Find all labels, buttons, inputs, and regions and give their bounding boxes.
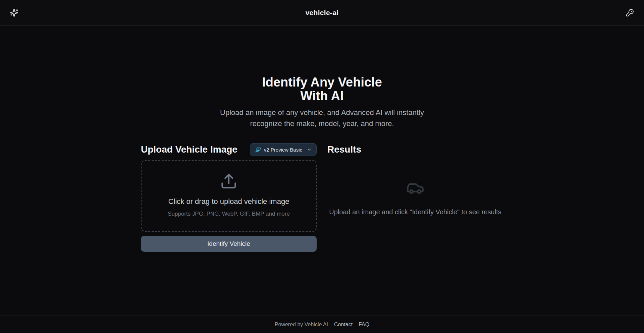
car-icon	[406, 179, 424, 197]
page-subtitle: Upload an image of any vehicle, and Adva…	[0, 107, 644, 129]
upload-column-header: Upload Vehicle Image v2 Preview Basic	[141, 143, 317, 156]
content-columns: Upload Vehicle Image v2 Preview Basic	[141, 143, 503, 252]
footer: Powered by Vehicle AI Contact FAQ	[0, 316, 644, 333]
page-title: Identify Any Vehicle With AI	[0, 75, 644, 103]
page-title-line1: Identify Any Vehicle	[262, 75, 382, 89]
results-column: Results Upload an image and click "Ident…	[327, 143, 503, 252]
key-icon	[626, 9, 634, 17]
feather-icon	[255, 147, 261, 153]
app-title: vehicle-ai	[306, 9, 339, 17]
results-placeholder: Upload an image and click "Identify Vehi…	[327, 160, 503, 216]
page-subtitle-line1: Upload an image of any vehicle, and Adva…	[220, 108, 424, 117]
top-bar: vehicle-ai	[0, 0, 644, 26]
powered-by-text: Powered by Vehicle AI	[275, 322, 328, 328]
api-key-button[interactable]	[624, 7, 636, 19]
dropzone-secondary-text: Supports JPG, PNG, WebP, GIF, BMP and mo…	[168, 211, 290, 217]
dropzone-primary-text: Click or drag to upload vehicle image	[168, 197, 289, 206]
footer-link-faq[interactable]: FAQ	[359, 322, 369, 328]
upload-icon	[220, 172, 237, 190]
page-title-line2: With AI	[300, 89, 343, 103]
main-content: Identify Any Vehicle With AI Upload an i…	[0, 26, 644, 316]
sparkles-icon	[10, 8, 18, 17]
results-column-header: Results	[327, 143, 503, 156]
footer-link-contact[interactable]: Contact	[334, 322, 353, 328]
results-heading: Results	[327, 144, 361, 155]
chevron-down-icon	[307, 147, 312, 152]
upload-dropzone[interactable]: Click or drag to upload vehicle image Su…	[141, 160, 317, 232]
model-selector-label: v2 Preview Basic	[264, 147, 302, 153]
upload-heading: Upload Vehicle Image	[141, 144, 237, 155]
identify-vehicle-button[interactable]: Identify Vehicle	[141, 236, 317, 252]
page-subtitle-line2: recognize the make, model, year, and mor…	[250, 119, 394, 128]
hero-section: Identify Any Vehicle With AI Upload an i…	[0, 75, 644, 129]
sparkles-button[interactable]	[8, 7, 20, 19]
model-selector-dropdown[interactable]: v2 Preview Basic	[250, 143, 317, 156]
upload-column: Upload Vehicle Image v2 Preview Basic	[141, 143, 317, 252]
results-placeholder-text: Upload an image and click "Identify Vehi…	[329, 208, 501, 216]
